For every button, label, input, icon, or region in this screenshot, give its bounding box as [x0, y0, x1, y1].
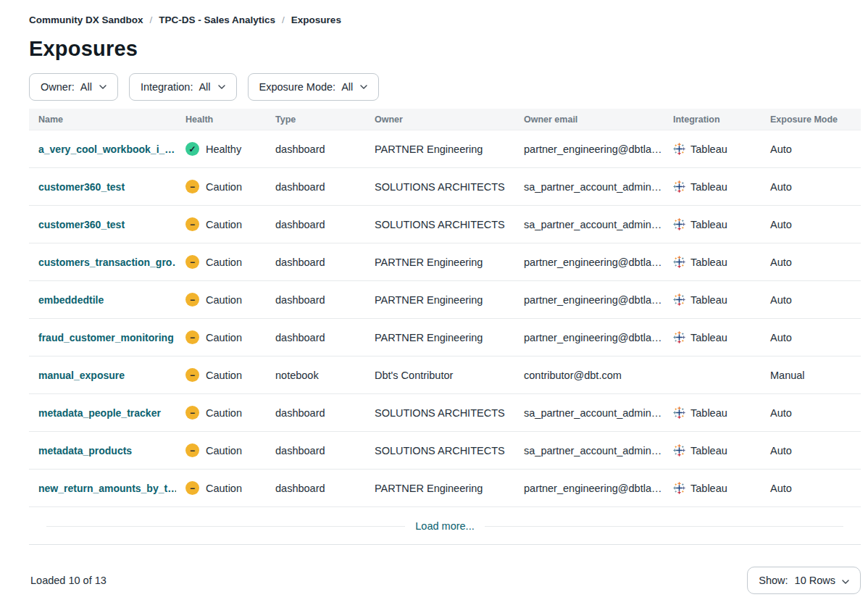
exposure-mode-cell: Auto [761, 219, 861, 230]
table-row: customer360_test − Caution dashboard SOL… [29, 168, 861, 206]
load-more-link[interactable]: Load more... [405, 520, 484, 532]
exposure-name-link[interactable]: manual_exposure [38, 370, 125, 381]
table-row: customer360_test − Caution dashboard SOL… [29, 206, 861, 243]
chevron-down-icon [218, 85, 225, 89]
owner-filter-value: All [80, 81, 92, 93]
exposure-name-link[interactable]: metadata_products [38, 445, 132, 456]
exposure-mode-cell: Auto [761, 294, 861, 306]
breadcrumb: Community DX Sandbox / TPC-DS - Sales An… [29, 14, 861, 25]
health-cell: − Caution [176, 406, 266, 420]
health-status-icon: − [185, 180, 199, 193]
health-status-icon: − [185, 406, 199, 420]
show-rows-button[interactable]: Show: 10 Rows [747, 567, 861, 594]
column-header-integration: Integration [664, 114, 761, 125]
type-cell: notebook [266, 370, 365, 381]
exposure-mode-filter-button[interactable]: Exposure Mode: All [248, 73, 380, 101]
health-label: Caution [206, 257, 242, 268]
name-cell: customers_transaction_gro… [29, 257, 176, 268]
exposure-name-link[interactable]: new_return_amounts_by_t… [38, 483, 176, 494]
owner-cell: PARTNER Engineering [365, 294, 514, 306]
owner-cell: PARTNER Engineering [365, 483, 514, 494]
owner-cell: SOLUTIONS ARCHITECTS [365, 219, 514, 230]
owner-filter-button[interactable]: Owner: All [29, 73, 118, 101]
owner-email-cell: partner_engineering@dbtla… [514, 483, 664, 494]
tableau-logo-icon [673, 143, 685, 155]
exposure-mode-cell: Auto [761, 445, 861, 456]
name-cell: metadata_people_tracker [29, 407, 176, 419]
name-cell: customer360_test [29, 181, 176, 193]
table-row: embeddedtile − Caution dashboard PARTNER… [29, 281, 861, 319]
name-cell: metadata_products [29, 445, 176, 456]
owner-cell: SOLUTIONS ARCHITECTS [365, 407, 514, 419]
owner-cell: Dbt's Contributor [365, 370, 514, 381]
exposure-name-link[interactable]: metadata_people_tracker [38, 407, 161, 419]
health-label: Caution [206, 483, 242, 494]
health-status-icon: − [185, 217, 199, 231]
integration-cell: Tableau [664, 218, 761, 230]
exposure-mode-cell: Auto [761, 332, 861, 343]
integration-cell: Tableau [664, 331, 761, 343]
health-status-icon: ✓ [185, 142, 199, 156]
name-cell: customer360_test [29, 219, 176, 230]
owner-email-cell: sa_partner_account_admin… [514, 181, 664, 193]
type-cell: dashboard [266, 143, 365, 155]
integration-label: Tableau [690, 257, 727, 268]
type-cell: dashboard [266, 294, 365, 306]
integration-label: Tableau [690, 445, 727, 456]
page-title: Exposures [29, 37, 861, 61]
chevron-down-icon [360, 85, 367, 89]
exposures-table: Name Health Type Owner Owner email Integ… [29, 109, 861, 545]
health-label: Caution [206, 294, 242, 306]
exposure-name-link[interactable]: customer360_test [38, 219, 125, 230]
breadcrumb-item-environment[interactable]: TPC-DS - Sales Analytics [159, 14, 275, 25]
owner-email-cell: sa_partner_account_admin… [514, 445, 664, 456]
column-header-health: Health [176, 114, 266, 125]
show-rows-label: Show: [759, 575, 788, 586]
chevron-down-icon [99, 85, 107, 89]
owner-email-cell: partner_engineering@dbtla… [514, 332, 664, 343]
exposure-name-link[interactable]: a_very_cool_workbook_i_… [38, 143, 175, 155]
exposure-name-link[interactable]: embeddedtile [38, 294, 104, 306]
health-status-icon: − [185, 443, 199, 457]
breadcrumb-separator: / [150, 14, 153, 25]
health-label: Caution [206, 407, 242, 419]
loaded-count-text: Loaded 10 of 13 [29, 575, 107, 586]
integration-filter-button[interactable]: Integration: All [129, 73, 237, 101]
breadcrumb-item-project[interactable]: Community DX Sandbox [29, 14, 143, 25]
column-header-name: Name [29, 114, 176, 125]
health-label: Caution [206, 370, 242, 381]
show-rows-value: 10 Rows [795, 575, 835, 586]
exposure-name-link[interactable]: customers_transaction_gro… [38, 257, 176, 268]
health-label: Caution [206, 445, 242, 456]
owner-email-cell: contributor@dbt.com [514, 370, 664, 381]
integration-label: Tableau [690, 219, 727, 230]
name-cell: manual_exposure [29, 370, 176, 381]
type-cell: dashboard [266, 332, 365, 343]
table-row: fraud_customer_monitoring − Caution dash… [29, 319, 861, 356]
health-status-icon: − [185, 368, 199, 382]
tableau-logo-icon [673, 256, 685, 268]
table-row: a_very_cool_workbook_i_… ✓ Healthy dashb… [29, 130, 861, 168]
exposure-mode-cell: Auto [761, 181, 861, 193]
table-body: a_very_cool_workbook_i_… ✓ Healthy dashb… [29, 130, 861, 507]
type-cell: dashboard [266, 257, 365, 268]
table-row: metadata_products − Caution dashboard SO… [29, 432, 861, 470]
owner-email-cell: sa_partner_account_admin… [514, 407, 664, 419]
exposure-name-link[interactable]: customer360_test [38, 181, 125, 193]
exposure-name-link[interactable]: fraud_customer_monitoring [38, 332, 174, 343]
integration-label: Tableau [690, 143, 727, 155]
integration-cell: Tableau [664, 256, 761, 268]
health-status-icon: − [185, 481, 199, 495]
tableau-logo-icon [673, 482, 685, 494]
exposure-mode-cell: Auto [761, 483, 861, 494]
integration-label: Tableau [690, 294, 727, 306]
name-cell: a_very_cool_workbook_i_… [29, 143, 176, 155]
health-label: Healthy [206, 143, 241, 155]
owner-email-cell: sa_partner_account_admin… [514, 219, 664, 230]
owner-cell: SOLUTIONS ARCHITECTS [365, 181, 514, 193]
health-label: Caution [206, 332, 242, 343]
tableau-logo-icon [673, 218, 685, 230]
column-header-type: Type [266, 114, 365, 125]
tableau-logo-icon [673, 406, 685, 419]
health-cell: − Caution [176, 481, 266, 495]
